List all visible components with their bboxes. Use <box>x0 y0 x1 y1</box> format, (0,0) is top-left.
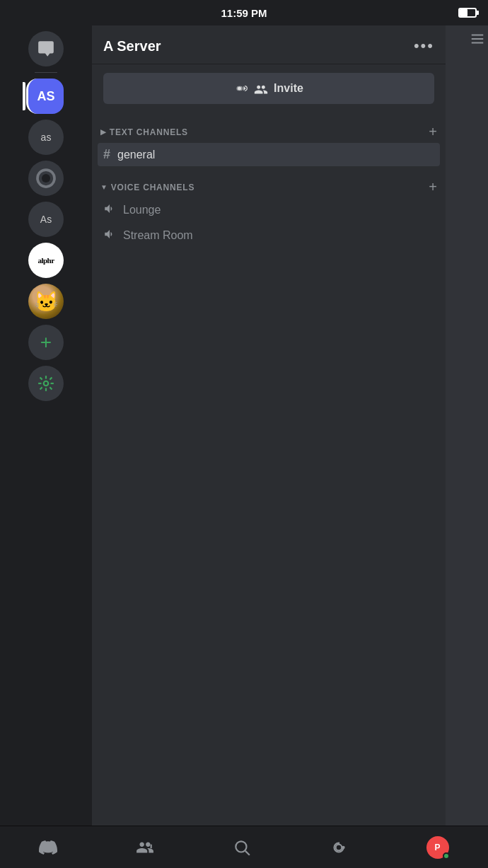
nav-profile[interactable]: P <box>418 833 458 862</box>
channel-item-lounge[interactable]: Lounge <box>98 198 440 222</box>
svg-line-7 <box>40 378 42 380</box>
text-channels-arrow: ▶ <box>100 128 107 136</box>
profile-avatar[interactable]: P <box>426 836 449 859</box>
channel-name-stream-room: Stream Room <box>123 229 193 242</box>
invite-button[interactable]: Invite <box>103 73 434 104</box>
channel-list: ▶ Text Channels + # general ▼ Voice Chan… <box>92 112 446 826</box>
friends-icon <box>136 838 154 857</box>
voice-channels-label: ▼ Voice Channels <box>100 183 194 192</box>
text-channels-label: ▶ Text Channels <box>100 127 188 137</box>
svg-point-15 <box>335 844 342 850</box>
discover-icon[interactable] <box>28 366 64 401</box>
status-time: 11:59 PM <box>221 7 267 19</box>
channel-sidebar: A Server ••• Invite ▶ T <box>92 25 446 826</box>
svg-point-16 <box>342 846 344 847</box>
server-item-cat[interactable] <box>28 284 64 319</box>
server-item-add[interactable]: + <box>28 325 64 360</box>
bottom-nav: P <box>0 826 488 868</box>
mentions-icon <box>330 838 348 857</box>
server-item-ring[interactable] <box>28 161 64 196</box>
search-icon <box>233 838 251 857</box>
ring-server-icon[interactable] <box>28 161 64 196</box>
battery-icon <box>458 8 477 18</box>
server-list: AS as As alphr <box>0 25 92 826</box>
add-server-icon[interactable]: + <box>28 325 64 360</box>
text-channels-header[interactable]: ▶ Text Channels + <box>98 112 440 143</box>
add-voice-channel-button[interactable]: + <box>429 179 437 195</box>
server-item-alphr[interactable]: alphr <box>28 243 64 278</box>
server-item-as[interactable]: as <box>28 120 64 155</box>
channel-name-general: general <box>117 149 155 161</box>
online-status-dot <box>443 852 450 860</box>
messages-icon[interactable] <box>28 31 64 66</box>
server-item-messages[interactable] <box>28 31 64 66</box>
nav-friends[interactable] <box>127 835 163 860</box>
server-item-As[interactable]: As <box>28 202 64 237</box>
nav-mentions[interactable] <box>321 835 356 860</box>
as-server-icon[interactable]: AS <box>26 79 64 114</box>
svg-line-8 <box>50 387 52 389</box>
server-item-AS[interactable]: AS <box>28 79 64 114</box>
right-panel <box>446 25 488 826</box>
nav-home[interactable] <box>30 835 66 860</box>
server-item-discover[interactable] <box>28 366 64 401</box>
as-dark-icon[interactable]: as <box>28 120 64 155</box>
svg-point-1 <box>42 174 50 183</box>
channel-name-lounge: Lounge <box>123 204 161 216</box>
status-bar: 11:59 PM <box>0 0 488 25</box>
svg-point-13 <box>236 841 246 852</box>
cat-server-icon[interactable] <box>28 284 64 319</box>
alphr-icon[interactable]: alphr <box>28 243 64 278</box>
discord-logo-icon <box>39 838 57 857</box>
channel-item-stream-room[interactable]: Stream Room <box>98 224 440 248</box>
voice-channel-icon-lounge <box>103 202 116 218</box>
svg-point-11 <box>238 87 241 91</box>
svg-line-9 <box>40 387 42 389</box>
nav-search[interactable] <box>224 835 260 860</box>
svg-point-2 <box>44 381 49 386</box>
add-text-channel-button[interactable]: + <box>429 124 437 140</box>
voice-channel-icon-stream-room <box>103 228 116 243</box>
sidebar-header: A Server ••• <box>92 25 446 64</box>
svg-line-10 <box>50 378 52 380</box>
voice-channels-header[interactable]: ▼ Voice Channels + <box>98 168 440 198</box>
text-channel-icon: # <box>103 147 110 162</box>
active-pill <box>23 82 25 110</box>
server-name: A Server <box>103 38 161 54</box>
As-icon[interactable]: As <box>28 202 64 237</box>
hamburger-icon[interactable] <box>446 25 488 56</box>
voice-channels-arrow: ▼ <box>100 183 108 191</box>
invite-icon <box>234 81 248 96</box>
svg-line-14 <box>245 850 250 855</box>
more-button[interactable]: ••• <box>414 37 434 55</box>
channel-item-general[interactable]: # general <box>98 143 440 166</box>
invite-label: Invite <box>274 82 303 95</box>
app-layout: AS as As alphr <box>0 25 488 826</box>
person-add-icon <box>254 82 268 95</box>
